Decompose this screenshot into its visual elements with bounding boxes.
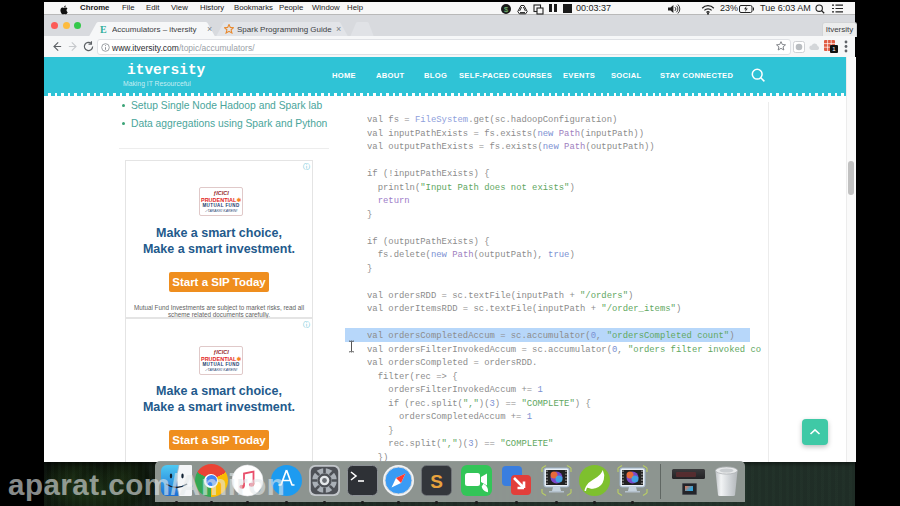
svg-text:S: S [430, 471, 443, 492]
